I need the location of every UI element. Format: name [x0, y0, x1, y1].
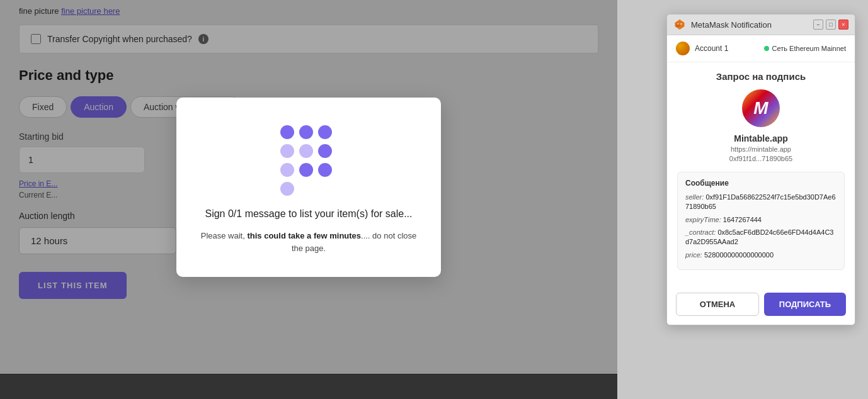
mm-msg-value-price: 528000000000000000 — [704, 251, 774, 259]
mm-account-label: Account 1 — [695, 44, 728, 53]
dot-4 — [280, 144, 294, 158]
modal-subtitle-bold: this could take a few minutes — [247, 231, 361, 240]
mm-site-name: Mintable.app — [677, 133, 845, 143]
mm-controls: − □ × — [813, 20, 848, 30]
mm-site-url: https://mintable.app 0xf91f1d...71890b65 — [677, 145, 845, 164]
mm-msg-row-seller: seller: 0xf91F1Da568622524f7c15e5bd30D7A… — [685, 193, 837, 212]
mm-header: Account 1 Сеть Ethereum Mainnet — [667, 35, 855, 62]
mm-msg-key-price: price: — [685, 251, 702, 259]
mm-title: MetaMask Notification — [691, 20, 772, 30]
mm-msg-value-expiry: 1647267444 — [723, 216, 762, 223]
modal-dots — [280, 125, 337, 196]
dot-10 — [280, 182, 294, 196]
mm-network: Сеть Ethereum Mainnet — [764, 45, 846, 52]
dot-6 — [318, 144, 332, 158]
svg-point-6 — [681, 23, 682, 25]
dot-8 — [299, 163, 313, 177]
mm-network-dot — [764, 46, 769, 51]
mm-footer: ОТМЕНА ПОДПИСАТЬ — [667, 286, 855, 325]
mm-msg-value-seller: 0xf91F1Da568622524f7c15e5bd30D7Ae671890b… — [685, 193, 836, 210]
modal-title: Sign 0/1 message to list your item(s) fo… — [199, 208, 418, 220]
mm-msg-key-seller: seller: — [685, 193, 704, 201]
mm-close-button[interactable]: × — [838, 20, 848, 30]
metamask-window: MetaMask Notification − □ × Account 1 Се… — [666, 14, 855, 325]
mm-logo-circle: M — [742, 89, 780, 127]
modal-subtitle: Please wait, this could take a few minut… — [199, 230, 418, 254]
svg-point-5 — [678, 23, 679, 25]
mm-site-url-line1: https://mintable.app — [731, 145, 791, 153]
mm-cancel-button[interactable]: ОТМЕНА — [676, 293, 759, 316]
dot-5 — [299, 144, 313, 158]
modal-subtitle-prefix: Please wait, — [201, 231, 248, 240]
dot-2 — [299, 125, 313, 139]
mm-maximize-button[interactable]: □ — [826, 20, 836, 30]
dot-9 — [318, 163, 332, 177]
mm-body: Запрос на подпись M Mintable.app https:/… — [667, 62, 855, 286]
mm-titlebar-left: MetaMask Notification — [673, 18, 772, 31]
mm-account-icon — [676, 42, 690, 55]
mm-sign-button[interactable]: ПОДПИСАТЬ — [764, 293, 846, 316]
mm-logo-letter: M — [753, 98, 768, 118]
mm-msg-row-price: price: 528000000000000000 — [685, 250, 837, 260]
metamask-fox-icon — [673, 18, 686, 31]
mm-msg-row-expiry: expiryTime: 1647267444 — [685, 215, 837, 225]
dot-1 — [280, 125, 294, 139]
mm-network-label: Сеть Ethereum Mainnet — [772, 45, 846, 52]
mm-account: Account 1 — [676, 42, 728, 55]
footer-bar — [0, 374, 617, 399]
mm-message-section: Сообщение seller: 0xf91F1Da568622524f7c1… — [677, 172, 845, 270]
modal-box: Sign 0/1 message to list your item(s) fo… — [176, 98, 441, 277]
mm-titlebar: MetaMask Notification − □ × — [667, 14, 855, 35]
mm-msg-key-expiry: expiryTime: — [685, 216, 721, 223]
mm-msg-section-title: Сообщение — [685, 179, 837, 188]
mm-request-title: Запрос на подпись — [677, 71, 845, 82]
mm-minimize-button[interactable]: − — [813, 20, 823, 30]
modal-overlay: Sign 0/1 message to list your item(s) fo… — [0, 0, 617, 374]
dot-3 — [318, 125, 332, 139]
mm-msg-key-contract: _contract: — [685, 228, 716, 236]
dot-7 — [280, 163, 294, 177]
mm-site-url-line2: 0xf91f1d...71890b65 — [729, 155, 792, 162]
mm-msg-row-contract: _contract: 0x8c5acF6dBD24c66e6FD44d4A4C3… — [685, 228, 837, 247]
